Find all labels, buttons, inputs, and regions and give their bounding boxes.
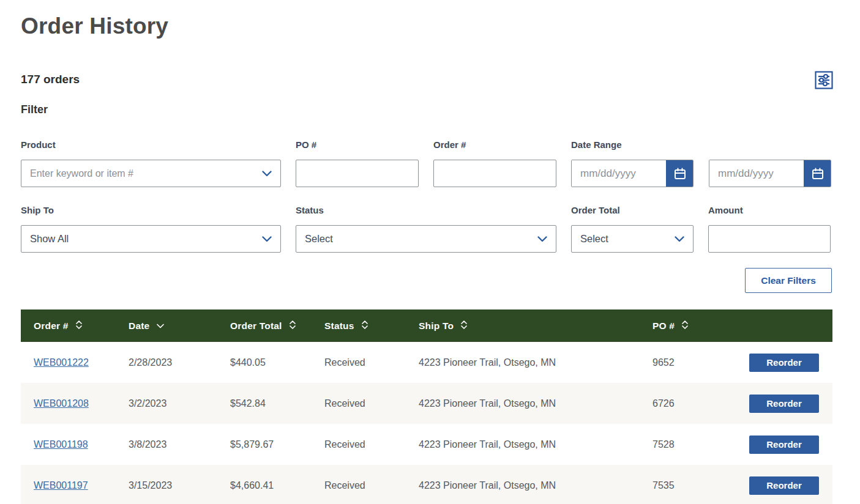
order-number-cell: WEB001222 <box>21 342 129 383</box>
order-total-select[interactable]: Select <box>571 225 694 253</box>
reorder-button[interactable]: Reorder <box>749 354 819 372</box>
po-label: PO # <box>296 139 419 150</box>
filter-row-2: Ship To Show All Status Select Order Tot… <box>21 205 831 253</box>
order-status-cell: Received <box>324 383 419 424</box>
date-end-calendar-button[interactable] <box>804 160 831 187</box>
order-table-body: WEB0012222/28/2023$440.05Received4223 Pi… <box>21 342 832 504</box>
order-total-cell: $440.05 <box>230 342 324 383</box>
order-total-field-group: Order Total Select <box>571 205 694 253</box>
order-date-cell: 3/15/2023 <box>129 465 230 504</box>
column-header-ship-to[interactable]: Ship To <box>419 309 652 342</box>
ship-to-label: Ship To <box>21 205 281 216</box>
date-range-label: Date Range <box>571 139 831 150</box>
order-date-cell: 2/28/2023 <box>129 342 230 383</box>
date-start-input[interactable] <box>572 160 666 187</box>
actions-cell: Reorder <box>749 424 832 465</box>
order-status-cell: Received <box>324 424 419 465</box>
ship-to-cell: 4223 Pioneer Trail, Otsego, MN <box>419 383 652 424</box>
sort-chevrons-icon <box>289 319 296 333</box>
order-status-cell: Received <box>324 465 419 504</box>
orders-count: 177 orders <box>21 73 80 86</box>
sort-chevrons-icon <box>460 319 468 333</box>
column-header-date[interactable]: Date <box>129 309 230 342</box>
filter-settings-button[interactable] <box>815 71 833 89</box>
amount-field-group: Amount <box>708 205 831 253</box>
calendar-icon <box>673 167 687 180</box>
status-label: Status <box>296 205 556 216</box>
table-row: WEB0011973/15/2023$4,660.41Received4223 … <box>21 465 832 504</box>
order-date-cell: 3/2/2023 <box>129 383 230 424</box>
column-header-actions <box>749 309 832 342</box>
order-history-page: Order History 177 orders Filter Product … <box>0 0 860 504</box>
product-label: Product <box>21 139 281 150</box>
order-number-link[interactable]: WEB001222 <box>34 357 89 368</box>
filter-sliders-icon <box>815 71 833 89</box>
date-range-field-group: Date Range <box>571 139 831 187</box>
column-header-order-total[interactable]: Order Total <box>230 309 324 342</box>
order-total-cell: $4,660.41 <box>230 465 324 504</box>
product-field-group: Product <box>21 139 281 187</box>
po-number-cell: 6726 <box>652 383 749 424</box>
column-header-status[interactable]: Status <box>324 309 419 342</box>
order-number-label: Order # <box>433 139 556 150</box>
orders-table: Order # Date Order Total Status <box>21 309 832 504</box>
filter-row-1: Product PO # Order # Date Range <box>21 139 831 187</box>
order-total-cell: $5,879.67 <box>230 424 324 465</box>
order-number-link[interactable]: WEB001198 <box>34 439 88 450</box>
product-combobox[interactable] <box>21 160 281 187</box>
order-number-link[interactable]: WEB001197 <box>34 480 88 491</box>
order-date-cell: 3/8/2023 <box>129 424 230 465</box>
order-total-label: Order Total <box>571 205 694 216</box>
po-input[interactable] <box>296 160 419 187</box>
status-field-group: Status Select <box>296 205 556 253</box>
date-range-inputs <box>571 160 831 187</box>
ship-to-value: Show All <box>30 233 69 245</box>
order-number-cell: WEB001198 <box>21 424 129 465</box>
order-number-cell: WEB001197 <box>21 465 129 504</box>
ship-to-select[interactable]: Show All <box>21 225 281 253</box>
column-header-po-number[interactable]: PO # <box>652 309 749 342</box>
actions-cell: Reorder <box>749 383 832 424</box>
po-number-cell: 7528 <box>652 424 749 465</box>
po-number-cell: 9652 <box>652 342 749 383</box>
filter-heading: Filter <box>21 103 48 116</box>
ship-to-cell: 4223 Pioneer Trail, Otsego, MN <box>419 424 652 465</box>
status-select[interactable]: Select <box>296 225 556 253</box>
chevron-down-icon <box>262 236 272 242</box>
actions-cell: Reorder <box>749 465 832 504</box>
table-row: WEB0012083/2/2023$542.84Received4223 Pio… <box>21 383 832 424</box>
chevron-down-icon <box>262 171 272 177</box>
table-row: WEB0012222/28/2023$440.05Received4223 Pi… <box>21 342 832 383</box>
amount-input[interactable] <box>708 225 831 253</box>
ship-to-cell: 4223 Pioneer Trail, Otsego, MN <box>419 465 652 504</box>
order-total-cell: $542.84 <box>230 383 324 424</box>
date-start-field <box>571 160 694 187</box>
date-end-input[interactable] <box>709 160 804 187</box>
chevron-down-icon <box>537 236 547 242</box>
reorder-button[interactable]: Reorder <box>749 435 819 454</box>
table-row: WEB0011983/8/2023$5,879.67Received4223 P… <box>21 424 832 465</box>
order-status-cell: Received <box>324 342 419 383</box>
amount-label: Amount <box>708 205 831 216</box>
actions-cell: Reorder <box>749 342 832 383</box>
ship-to-cell: 4223 Pioneer Trail, Otsego, MN <box>419 342 652 383</box>
date-end-field <box>709 160 831 187</box>
reorder-button[interactable]: Reorder <box>749 395 819 413</box>
po-number-cell: 7535 <box>652 465 749 504</box>
order-number-link[interactable]: WEB001208 <box>34 398 89 409</box>
product-input[interactable] <box>30 160 257 187</box>
column-header-order-number[interactable]: Order # <box>21 309 129 342</box>
order-number-input[interactable] <box>433 160 556 187</box>
calendar-icon <box>811 167 824 180</box>
sort-chevrons-icon <box>361 319 368 333</box>
orders-table-header: Order # Date Order Total Status <box>21 309 832 342</box>
date-start-calendar-button[interactable] <box>666 160 694 187</box>
sort-chevrons-icon <box>681 319 689 333</box>
sort-desc-icon <box>156 321 165 332</box>
order-total-value: Select <box>580 233 608 245</box>
clear-filters-button[interactable]: Clear Filters <box>745 268 832 293</box>
chevron-down-icon <box>675 236 684 242</box>
sort-chevrons-icon <box>75 319 83 333</box>
po-field-group: PO # <box>296 139 419 187</box>
reorder-button[interactable]: Reorder <box>749 476 819 495</box>
